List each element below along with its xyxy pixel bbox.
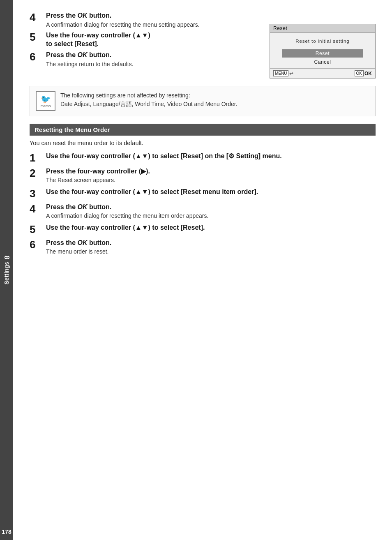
s2-step5-number: 5 bbox=[30, 224, 44, 235]
s2-step4-pre: Press the bbox=[46, 203, 77, 210]
s2-step5-content: Use the four-way controller (▲▼) to sele… bbox=[46, 224, 376, 232]
s2-step3-number: 3 bbox=[30, 188, 44, 200]
s2-step4-post: button. bbox=[87, 203, 111, 210]
s2-step6-post: button. bbox=[87, 239, 111, 246]
menu-button: MENU bbox=[273, 70, 288, 76]
memo-icon-label: memo bbox=[40, 104, 51, 108]
s2-step2-content: Press the four-way controller (▶). The R… bbox=[46, 167, 376, 185]
dialog-option-cancel: Cancel bbox=[274, 58, 371, 66]
step-4-title-post: button. bbox=[87, 12, 111, 19]
step-5-title: Use the four-way controller (▲▼) to sele… bbox=[46, 31, 261, 48]
main-content: 4 Press the OK button. A confirmation di… bbox=[13, 0, 392, 540]
s2-step3-title: Use the four-way controller (▲▼) to sele… bbox=[46, 188, 376, 196]
s2-step2-title: Press the four-way controller (▶). bbox=[46, 167, 376, 176]
section2-step6: 6 Press the OK button. The menu order is… bbox=[30, 239, 376, 256]
step-5-number: 5 bbox=[30, 31, 44, 43]
section2-step3: 3 Use the four-way controller (▲▼) to se… bbox=[30, 188, 376, 200]
memo-text: The following settings are not affected … bbox=[60, 91, 238, 108]
s2-step6-desc: The menu order is reset. bbox=[46, 248, 376, 256]
step-6-title-post: button. bbox=[87, 51, 111, 58]
dialog-box: Reset Reset to initial setting Reset Can… bbox=[270, 24, 376, 78]
s2-step4-title: Press the OK button. bbox=[46, 203, 376, 212]
s2-step1-title: Use the four-way controller (▲▼) to sele… bbox=[46, 152, 376, 161]
section2-header: Resetting the Menu Order bbox=[30, 124, 376, 136]
step-6-title: Press the OK button. bbox=[46, 51, 261, 60]
step-6: 6 Press the OK button. The settings retu… bbox=[30, 51, 261, 68]
step-4: 4 Press the OK button. A confirmation di… bbox=[30, 12, 261, 29]
section2-step4: 4 Press the OK button. A confirmation di… bbox=[30, 203, 376, 220]
step-6-title-pre: Press the bbox=[46, 51, 77, 58]
s2-step5-title: Use the four-way controller (▲▼) to sele… bbox=[46, 224, 376, 232]
step-4-title-pre: Press the bbox=[46, 12, 77, 19]
sidebar-number: 8 bbox=[3, 256, 10, 259]
s2-step3-content: Use the four-way controller (▲▼) to sele… bbox=[46, 188, 376, 196]
section2-step2: 2 Press the four-way controller (▶). The… bbox=[30, 167, 376, 185]
step-5: 5 Use the four-way controller (▲▼) to se… bbox=[30, 31, 261, 48]
step-4-ok: OK bbox=[77, 12, 87, 19]
dialog-subtitle: Reset to initial setting bbox=[274, 39, 371, 44]
ok-btn-text: OK bbox=[364, 71, 372, 76]
section2-step5: 5 Use the four-way controller (▲▼) to se… bbox=[30, 224, 376, 235]
step-4-content: Press the OK button. A confirmation dial… bbox=[46, 12, 261, 29]
dialog-footer-left: MENU ↩ bbox=[273, 70, 293, 76]
s2-step4-desc: A confirmation dialog for resetting the … bbox=[46, 212, 376, 220]
s2-step4-content: Press the OK button. A confirmation dial… bbox=[46, 203, 376, 220]
sidebar-label: Settings bbox=[3, 262, 10, 284]
footer-back-icon: ↩ bbox=[289, 71, 293, 76]
step-4-desc: A confirmation dialog for resetting the … bbox=[46, 21, 261, 29]
memo-box: 🐦 memo The following settings are not af… bbox=[30, 86, 376, 116]
dialog-body: Reset to initial setting Reset Cancel bbox=[270, 33, 375, 68]
dialog-footer: MENU ↩ OK OK bbox=[270, 68, 375, 78]
memo-icon: 🐦 memo bbox=[36, 91, 55, 111]
dialog-option-reset: Reset bbox=[282, 49, 363, 58]
step-6-desc: The settings return to the defaults. bbox=[46, 60, 261, 69]
step-6-content: Press the OK button. The settings return… bbox=[46, 51, 261, 68]
memo-text-line1: The following settings are not affected … bbox=[60, 92, 190, 99]
section2-intro: You can reset the menu order to its defa… bbox=[30, 140, 376, 146]
step-6-number: 6 bbox=[30, 51, 44, 63]
section2-step1: 1 Use the four-way controller (▲▼) to se… bbox=[30, 152, 376, 164]
s2-step6-number: 6 bbox=[30, 239, 44, 251]
sidebar-tab: 8 Settings bbox=[0, 0, 13, 540]
memo-bird-icon: 🐦 bbox=[41, 94, 51, 104]
s2-step1-number: 1 bbox=[30, 152, 44, 164]
s2-step2-desc: The Reset screen appears. bbox=[46, 176, 376, 185]
s2-step6-title: Press the OK button. bbox=[46, 239, 376, 247]
step-5-content: Use the four-way controller (▲▼) to sele… bbox=[46, 31, 261, 48]
s2-step4-number: 4 bbox=[30, 203, 44, 215]
memo-text-line2: Date Adjust, Language/言語, World Time, Vi… bbox=[60, 101, 238, 107]
step-4-number: 4 bbox=[30, 12, 44, 23]
s2-step6-ok: OK bbox=[77, 239, 87, 246]
steps-left: 4 Press the OK button. A confirmation di… bbox=[30, 12, 261, 71]
ok-label-small: OK bbox=[355, 70, 364, 76]
s2-step2-number: 2 bbox=[30, 167, 44, 179]
step-4-title: Press the OK button. bbox=[46, 12, 261, 20]
dialog-title-bar: Reset bbox=[270, 24, 375, 33]
step-6-ok: OK bbox=[77, 51, 87, 58]
steps-with-dialog: 4 Press the OK button. A confirmation di… bbox=[30, 12, 376, 78]
page-number: 178 bbox=[0, 524, 13, 540]
s2-step6-pre: Press the bbox=[46, 239, 77, 246]
s2-step4-ok: OK bbox=[77, 203, 87, 210]
s2-step6-content: Press the OK button. The menu order is r… bbox=[46, 239, 376, 256]
s2-step1-content: Use the four-way controller (▲▼) to sele… bbox=[46, 152, 376, 161]
dialog-footer-right: OK OK bbox=[355, 70, 372, 76]
